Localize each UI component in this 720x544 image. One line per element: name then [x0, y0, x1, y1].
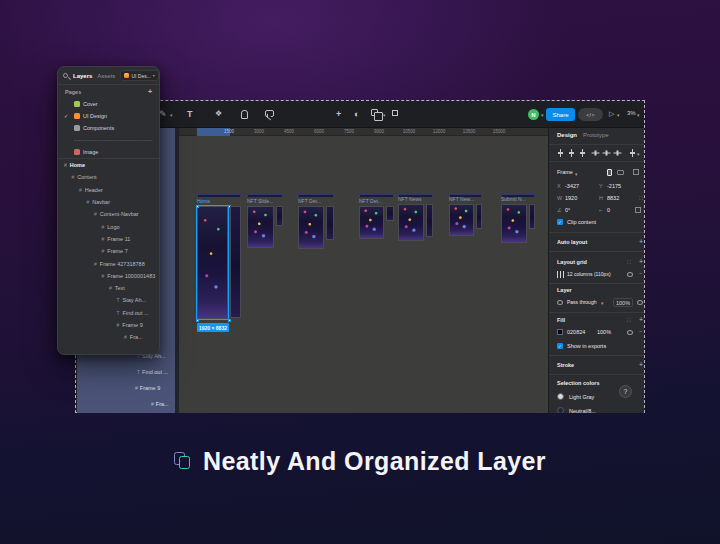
- design-frame-side[interactable]: [326, 206, 334, 240]
- design-frame-side[interactable]: [529, 204, 535, 229]
- add-auto-layout-button[interactable]: +: [639, 238, 643, 245]
- scrollbar[interactable]: [175, 128, 179, 413]
- avatar-chevron-icon[interactable]: ▾: [541, 112, 544, 118]
- align-v-center-icon[interactable]: [603, 150, 611, 157]
- design-frame[interactable]: [247, 206, 274, 248]
- selection-handle[interactable]: [196, 205, 199, 208]
- clip-checkbox[interactable]: ✓: [557, 219, 563, 225]
- grid-visibility-icon[interactable]: [627, 272, 633, 277]
- blend-row[interactable]: Pass through ▾ 100%: [555, 298, 639, 308]
- design-frame[interactable]: [359, 206, 384, 239]
- layer-item[interactable]: TFind out ...: [58, 307, 159, 319]
- layer-item[interactable]: #Frame 9: [135, 385, 160, 395]
- frame-title[interactable]: Submit N...: [501, 196, 526, 203]
- layer-item[interactable]: #Frame 7: [58, 245, 159, 257]
- layer-item[interactable]: #Content: [58, 171, 159, 183]
- position-row[interactable]: X -3427 Y -2175: [555, 182, 639, 192]
- hand-tool-icon[interactable]: [241, 110, 248, 119]
- frame-title[interactable]: NFT News: [398, 196, 422, 203]
- layer-item[interactable]: #Frame 9: [58, 319, 159, 331]
- dev-mode-toggle[interactable]: </>: [578, 108, 603, 121]
- present-chevron-icon[interactable]: ▾: [617, 112, 620, 118]
- design-frame-side[interactable]: [386, 206, 394, 221]
- color-swatch[interactable]: [557, 393, 564, 400]
- design-frame[interactable]: [197, 206, 228, 319]
- layer-item[interactable]: #Header: [58, 184, 159, 196]
- layer-item[interactable]: #Navbar: [58, 196, 159, 208]
- comment-tool-icon[interactable]: [265, 110, 274, 117]
- distribute-chevron-icon[interactable]: ▾: [637, 151, 640, 157]
- help-button[interactable]: ?: [619, 385, 632, 398]
- add-stroke-button[interactable]: +: [639, 361, 643, 368]
- frame-type-label[interactable]: Frame: [557, 169, 573, 175]
- rotation-row[interactable]: ∠ 0° ⌐ 0: [555, 206, 639, 216]
- design-frame-side[interactable]: [426, 204, 433, 237]
- selection-color-item[interactable]: Neutral/8...: [555, 407, 639, 413]
- align-bottom-icon[interactable]: [614, 150, 622, 157]
- layer-item[interactable]: #Logo: [58, 220, 159, 232]
- mask-chevron-icon[interactable]: ▾: [383, 112, 386, 118]
- design-frame[interactable]: [449, 204, 474, 236]
- layer-item[interactable]: #Content-Navbar: [58, 208, 159, 220]
- pen-tool-icon[interactable]: ✎: [159, 108, 167, 120]
- layer-item[interactable]: #Frame 1000001483: [58, 270, 159, 282]
- align-h-center-icon[interactable]: [568, 149, 575, 157]
- layer-item[interactable]: #Frame 11: [58, 233, 159, 245]
- layer-item[interactable]: #Frame 427318788: [58, 257, 159, 269]
- zoom-level[interactable]: 3%: [627, 110, 636, 116]
- tab-layers[interactable]: Layers: [73, 73, 92, 79]
- landscape-icon[interactable]: [617, 170, 624, 175]
- pen-tool-chevron-icon[interactable]: ▾: [170, 112, 173, 118]
- layout-grid-item[interactable]: 12 columns (110px) −: [555, 270, 639, 280]
- selection-handle[interactable]: [196, 319, 199, 322]
- page-item[interactable]: Image: [58, 146, 159, 158]
- layer-item[interactable]: #Fra...: [58, 331, 159, 343]
- frame-title[interactable]: NFT Det...: [359, 198, 382, 205]
- move-tool-icon[interactable]: +: [336, 108, 341, 120]
- page-item[interactable]: ✓UI Design: [58, 110, 159, 122]
- contrast-icon[interactable]: ◐: [354, 108, 359, 120]
- design-frame[interactable]: [298, 206, 324, 249]
- page-item[interactable]: Cover: [58, 98, 159, 110]
- page-item[interactable]: Components: [58, 122, 159, 134]
- fill-styles-icon[interactable]: ∷: [627, 316, 631, 323]
- clip-content-row[interactable]: ✓ Clip content: [555, 218, 639, 228]
- add-grid-button[interactable]: +: [639, 258, 643, 265]
- search-icon[interactable]: [63, 73, 68, 78]
- layer-item[interactable]: #Fra...: [151, 401, 169, 411]
- tab-assets[interactable]: Assets: [97, 73, 115, 79]
- remove-fill-icon[interactable]: −: [639, 328, 643, 334]
- size-row[interactable]: W 1920 H 8832 ∷: [555, 194, 639, 204]
- mask-icon[interactable]: [371, 109, 378, 116]
- tab-design[interactable]: Design: [557, 132, 577, 138]
- frame-tool-icon[interactable]: [392, 110, 398, 116]
- layer-item[interactable]: TStay Ah...: [58, 294, 159, 306]
- align-right-icon[interactable]: [579, 149, 586, 157]
- layer-visibility-icon[interactable]: [637, 300, 643, 305]
- share-button[interactable]: Share: [546, 108, 575, 121]
- blend-chevron-icon[interactable]: ▾: [601, 300, 604, 306]
- frame-title[interactable]: NFT Slide...: [247, 198, 273, 205]
- design-frame[interactable]: [501, 204, 527, 243]
- fill-swatch[interactable]: [557, 329, 563, 335]
- resize-to-fit-icon[interactable]: [633, 169, 639, 175]
- page-dropdown[interactable]: UI Des... ▾: [120, 70, 158, 81]
- avatar[interactable]: N: [528, 109, 539, 120]
- frame-title[interactable]: NFT New...: [449, 196, 474, 203]
- exports-checkbox[interactable]: ✓: [557, 343, 563, 349]
- layer-item[interactable]: #Text: [58, 282, 159, 294]
- layer-item[interactable]: #Home: [58, 159, 159, 171]
- independent-corners-icon[interactable]: [635, 207, 641, 213]
- frame-title[interactable]: NFT Det...: [298, 198, 321, 205]
- tab-prototype[interactable]: Prototype: [583, 132, 609, 138]
- distribute-icon[interactable]: [629, 149, 636, 157]
- constrain-icon[interactable]: ∷: [639, 194, 643, 201]
- selection-handle[interactable]: [228, 319, 231, 322]
- text-tool-icon[interactable]: T: [187, 108, 193, 120]
- exports-row[interactable]: ✓ Show in exports: [555, 342, 639, 352]
- align-left-icon[interactable]: [557, 149, 564, 157]
- styles-icon[interactable]: ∷: [627, 258, 631, 265]
- zoom-chevron-icon[interactable]: ▾: [637, 112, 640, 118]
- remove-grid-icon[interactable]: −: [639, 270, 643, 276]
- align-top-icon[interactable]: [592, 150, 600, 157]
